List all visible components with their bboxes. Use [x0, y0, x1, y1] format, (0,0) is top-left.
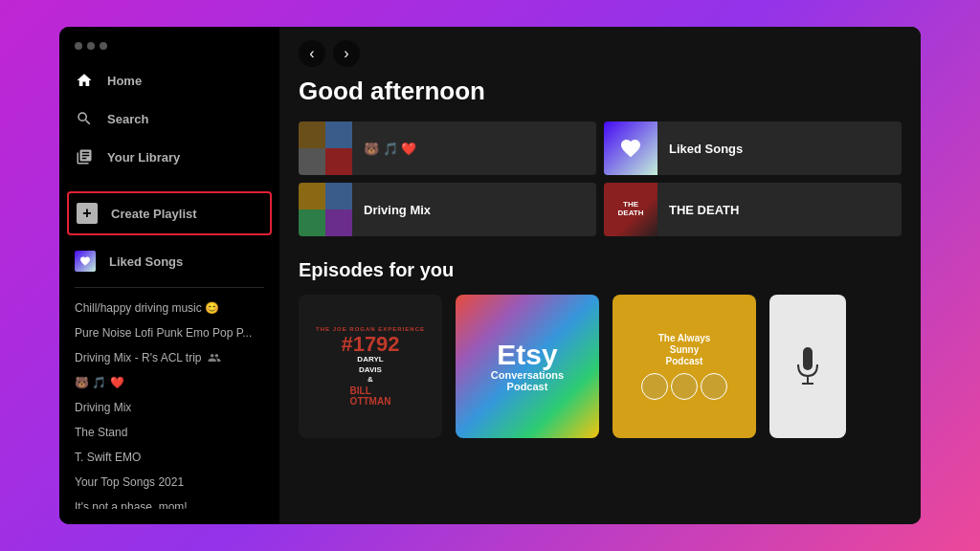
dot2: [87, 42, 95, 50]
sidebar-divider: [75, 287, 264, 288]
rogan-guest: DARYLDAVIS&: [357, 355, 383, 385]
dm-cell1: [299, 183, 325, 209]
create-playlist-button[interactable]: + Create Playlist: [67, 191, 272, 235]
plus-icon: +: [77, 203, 98, 224]
greeting-text: Good afternoon: [299, 77, 902, 106]
list-item[interactable]: 🐻 🎵 ❤️: [75, 370, 264, 395]
playlist-name: Driving Mix - R's ACL trip: [75, 351, 202, 364]
driving-mix-thumb: [299, 183, 352, 236]
list-item[interactable]: T. Swift EMO: [75, 445, 264, 470]
episodes-row: THE JOE ROGAN EXPERIENCE #1792 DARYLDAVI…: [299, 295, 902, 446]
forward-icon: ›: [344, 45, 348, 62]
featured-emoji-label: 🐻 🎵 ❤️: [352, 142, 428, 156]
liked-songs-featured-label: Liked Songs: [657, 142, 754, 156]
face1: [641, 373, 668, 400]
fourth-thumb: [769, 295, 846, 438]
episode-thumb-etsy: Etsy ConversationsPodcast: [456, 295, 599, 438]
playlist-list: Chill/happy driving music 😊 Pure Noise L…: [59, 296, 279, 509]
main-content: ‹ › Good afternoon 🐻 🎵 ❤️: [279, 27, 921, 524]
thumb-cell: [299, 148, 325, 175]
multi-thumb: [299, 121, 352, 175]
playlist-name: T. Swift EMO: [75, 451, 141, 464]
episode-card-partial[interactable]: [769, 295, 846, 446]
episode-thumb-sunny: The AlwaysSunnyPodcast: [612, 295, 756, 438]
playlist-name: It's not a phase, mom!: [75, 500, 188, 509]
death-label: THE DEATH: [657, 203, 750, 217]
playlist-name: Pure Noise Lofi Punk Emo Pop P...: [75, 326, 252, 340]
sunny-faces: [641, 373, 727, 400]
playlist-name: Chill/happy driving music 😊: [75, 301, 219, 315]
thumb-cell: [325, 121, 352, 148]
mic-icon: [793, 347, 822, 386]
face2: [671, 373, 698, 400]
create-playlist-label: Create Playlist: [111, 207, 197, 221]
rogan-episode-num: #1792: [341, 334, 399, 355]
etsy-bg: Etsy ConversationsPodcast: [456, 295, 599, 438]
playlist-name: The Stand: [75, 426, 127, 439]
liked-songs-icon: [75, 251, 96, 272]
sidebar-item-liked-songs[interactable]: Liked Songs: [59, 243, 279, 279]
list-item[interactable]: Pure Noise Lofi Punk Emo Pop P...: [75, 320, 264, 345]
rogan-guest2: BILLOTTMAN: [350, 386, 391, 407]
featured-card-liked[interactable]: Liked Songs: [604, 121, 902, 175]
thumb-cell: [325, 148, 352, 175]
face3: [701, 373, 727, 400]
death-thumb: THEDEATH: [604, 183, 657, 236]
back-button[interactable]: ‹: [299, 40, 325, 67]
list-item[interactable]: Chill/happy driving music 😊: [75, 296, 264, 320]
sidebar-item-home[interactable]: Home: [67, 61, 272, 99]
dm-cell3: [299, 209, 325, 236]
featured-card-driving[interactable]: Driving Mix: [299, 183, 596, 236]
sidebar: Home Search Your Library + Create Playli…: [59, 27, 279, 524]
sunny-bg: The AlwaysSunnyPodcast: [612, 295, 756, 438]
search-label: Search: [107, 112, 148, 126]
dm-cell2: [325, 183, 352, 209]
back-icon: ‹: [309, 45, 314, 62]
svg-rect-0: [803, 347, 813, 370]
dm-cell4: [325, 209, 352, 236]
etsy-sub: ConversationsPodcast: [491, 369, 564, 392]
thumb-cell: [299, 121, 325, 148]
collab-icon: [208, 351, 221, 364]
playlist-name: 🐻 🎵 ❤️: [75, 376, 124, 389]
episodes-section-title: Episodes for you: [299, 259, 902, 281]
featured-card-playlist1[interactable]: 🐻 🎵 ❤️: [299, 121, 596, 175]
topbar: ‹ ›: [279, 27, 921, 77]
list-item[interactable]: The Stand: [75, 420, 264, 445]
list-item[interactable]: Driving Mix: [75, 395, 264, 420]
library-label: Your Library: [107, 150, 180, 165]
app-window: Home Search Your Library + Create Playli…: [59, 27, 921, 524]
list-item[interactable]: Your Top Songs 2021: [75, 470, 264, 495]
list-item[interactable]: It's not a phase, mom!: [75, 495, 264, 509]
featured-card-death[interactable]: THEDEATH THE DEATH: [604, 183, 902, 236]
episode-card-rogan[interactable]: THE JOE ROGAN EXPERIENCE #1792 DARYLDAVI…: [299, 295, 442, 446]
playlist-name: Your Top Songs 2021: [75, 475, 184, 489]
home-icon: [75, 71, 94, 90]
episode-thumb-rogan: THE JOE ROGAN EXPERIENCE #1792 DARYLDAVI…: [299, 295, 442, 438]
library-icon: [75, 147, 94, 166]
search-icon: [75, 109, 94, 128]
etsy-title: Etsy: [497, 341, 557, 369]
episode-card-sunny[interactable]: The AlwaysSunnyPodcast: [612, 295, 756, 446]
liked-songs-label: Liked Songs: [109, 254, 183, 269]
rogan-bg: THE JOE ROGAN EXPERIENCE #1792 DARYLDAVI…: [299, 295, 442, 438]
liked-songs-thumb: [604, 121, 657, 175]
content-area: Good afternoon 🐻 🎵 ❤️: [279, 77, 921, 465]
sidebar-item-library[interactable]: Your Library: [67, 138, 272, 176]
forward-button[interactable]: ›: [333, 40, 360, 67]
sunny-title: The AlwaysSunnyPodcast: [658, 333, 711, 367]
list-item[interactable]: Driving Mix - R's ACL trip: [75, 345, 264, 370]
featured-grid: 🐻 🎵 ❤️ Liked Songs: [299, 121, 902, 236]
window-controls: [59, 42, 279, 61]
home-label: Home: [107, 74, 142, 88]
sidebar-nav: Home Search Your Library: [59, 61, 279, 176]
playlist-name: Driving Mix: [75, 401, 131, 414]
driving-mix-label: Driving Mix: [352, 203, 442, 217]
episode-card-etsy[interactable]: Etsy ConversationsPodcast: [456, 295, 599, 446]
death-cover: THEDEATH: [618, 201, 644, 218]
sidebar-item-search[interactable]: Search: [67, 99, 272, 138]
dot1: [75, 42, 82, 50]
dot3: [100, 42, 107, 50]
